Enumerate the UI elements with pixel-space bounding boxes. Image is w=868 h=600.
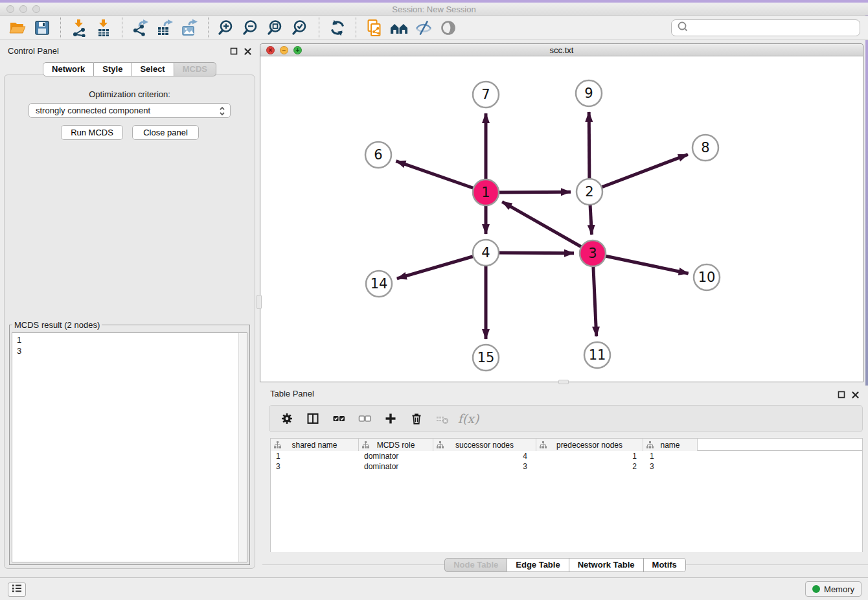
chevron-up-down-icon xyxy=(217,106,227,119)
column-header-successor-nodes[interactable]: successor nodes xyxy=(433,439,536,451)
delete-column-icon[interactable] xyxy=(433,409,452,428)
network-window-titlebar[interactable]: × − + scc.txt xyxy=(260,44,863,56)
edge-3-10[interactable] xyxy=(593,253,689,273)
cell-name: 3 xyxy=(643,461,698,472)
zoom-out-icon[interactable] xyxy=(241,17,262,38)
memory-status-icon xyxy=(812,585,820,593)
control-panel: Control Panel NetworkStyleSelectMCDS Opt… xyxy=(0,40,259,577)
table-header-row: shared nameMCDS rolesuccessor nodesprede… xyxy=(271,439,862,451)
search-input[interactable] xyxy=(690,21,860,34)
table-tab-network-table[interactable]: Network Table xyxy=(569,558,644,572)
folder-open-icon[interactable] xyxy=(7,17,28,38)
memory-button[interactable]: Memory xyxy=(805,581,862,597)
graph-node-label-10: 10 xyxy=(698,270,716,285)
network-window-title: scc.txt xyxy=(260,45,863,55)
table-tab-edge-table[interactable]: Edge Table xyxy=(507,558,569,572)
table-tab-node-table[interactable]: Node Table xyxy=(444,558,507,572)
column-header-mcds-role[interactable]: MCDS role xyxy=(359,439,433,451)
import-table-icon[interactable] xyxy=(93,17,114,38)
edge-1-6[interactable] xyxy=(396,161,486,192)
optimization-criterion-dropdown[interactable]: strongly connected component xyxy=(29,103,231,118)
clone-network-icon[interactable] xyxy=(364,17,385,38)
window-title: Session: New Session xyxy=(0,5,868,14)
close-table-panel-icon[interactable] xyxy=(852,389,859,401)
network-canvas[interactable]: 7968124314101511 xyxy=(260,56,863,382)
float-panel-icon[interactable] xyxy=(230,46,238,58)
deselect-all-icon[interactable] xyxy=(355,409,374,428)
toolbar-separator xyxy=(208,17,209,38)
dropdown-selected-value: strongly connected component xyxy=(36,106,150,115)
export-table-icon[interactable] xyxy=(155,17,176,38)
vertical-splitter-handle[interactable] xyxy=(257,295,262,309)
float-table-panel-icon[interactable] xyxy=(838,389,845,401)
graph-node-label-9: 9 xyxy=(584,86,593,101)
graph-svg: 7968124314101511 xyxy=(260,56,863,382)
control-panel-title: Control Panel xyxy=(8,46,59,56)
tab-network[interactable]: Network xyxy=(43,62,94,76)
export-image-icon[interactable] xyxy=(179,17,200,38)
function-builder-icon[interactable]: f(x) xyxy=(459,409,478,428)
import-network-icon[interactable] xyxy=(69,17,89,38)
hide-graphics-details-icon[interactable] xyxy=(413,17,434,38)
select-all-icon[interactable] xyxy=(329,409,348,428)
tab-mcds[interactable]: MCDS xyxy=(174,62,216,76)
home-icon[interactable] xyxy=(389,17,409,38)
network-view-window: × − + scc.txt 7968124314101511 xyxy=(260,43,863,382)
gear-icon[interactable] xyxy=(277,409,297,428)
column-header-name[interactable]: name xyxy=(643,439,698,451)
tab-style[interactable]: Style xyxy=(94,62,131,76)
run-mcds-button[interactable]: Run MCDS xyxy=(61,125,123,140)
edge-2-8[interactable] xyxy=(589,154,688,192)
zoom-in-icon[interactable] xyxy=(216,17,237,38)
column-header-predecessor-nodes[interactable]: predecessor nodes xyxy=(536,439,643,451)
graph-node-label-4: 4 xyxy=(481,245,490,260)
birdseye-view-icon[interactable] xyxy=(438,17,459,38)
cell-predecessor-nodes: 1 xyxy=(536,451,643,461)
edge-4-14[interactable] xyxy=(397,253,486,279)
table-panel-title: Table Panel xyxy=(270,389,314,398)
table-tab-motifs[interactable]: Motifs xyxy=(644,558,686,572)
cell-mcds-role: dominator xyxy=(359,461,433,472)
close-panel-icon[interactable] xyxy=(244,46,251,58)
graph-node-label-7: 7 xyxy=(481,87,490,102)
table-panel: Table Panel f(x) shared nameMCDS rolesuc… xyxy=(262,386,868,577)
delete-icon[interactable] xyxy=(407,409,426,428)
titlebar[interactable]: Session: New Session xyxy=(0,3,868,16)
mcds-result-textarea[interactable]: 13 xyxy=(12,332,247,562)
horizontal-splitter-handle[interactable] xyxy=(558,380,569,384)
optimization-criterion-label: Optimization criterion: xyxy=(0,89,259,99)
table-row[interactable]: 3dominator323 xyxy=(271,461,862,472)
zoom-fit-icon[interactable] xyxy=(266,17,286,38)
search-icon xyxy=(676,19,690,36)
mcds-result-group: MCDS result (2 nodes) 13 xyxy=(9,320,250,565)
node-table: shared nameMCDS rolesuccessor nodesprede… xyxy=(270,438,863,552)
show-columns-icon[interactable] xyxy=(303,409,323,428)
list-icon xyxy=(10,581,24,598)
column-header-shared-name[interactable]: shared name xyxy=(271,439,359,451)
save-icon[interactable] xyxy=(32,17,52,38)
task-history-button[interactable] xyxy=(8,583,26,597)
edge-3-1[interactable] xyxy=(502,202,593,253)
mcds-result-line: 3 xyxy=(17,345,247,356)
cell-mcds-role: dominator xyxy=(359,451,433,461)
toolbar-separator xyxy=(122,17,122,38)
tab-select[interactable]: Select xyxy=(131,62,174,76)
cell-predecessor-nodes: 2 xyxy=(536,461,643,472)
status-bar: Memory xyxy=(0,577,868,600)
graph-node-label-2: 2 xyxy=(585,184,593,200)
zoom-selected-icon[interactable] xyxy=(290,17,311,38)
memory-label: Memory xyxy=(824,584,854,594)
graph-node-label-14: 14 xyxy=(371,276,388,292)
close-panel-button[interactable]: Close panel xyxy=(132,125,199,140)
export-network-icon[interactable] xyxy=(130,17,151,38)
search-field[interactable] xyxy=(671,19,860,36)
add-column-icon[interactable] xyxy=(381,409,400,428)
app-window: Session: New Session Control Panel xyxy=(0,0,868,600)
cell-shared-name: 3 xyxy=(271,461,359,472)
toolbar-separator xyxy=(356,17,356,38)
refresh-icon[interactable] xyxy=(327,17,348,38)
table-row[interactable]: 1dominator411 xyxy=(271,451,862,461)
table-tabs: Node TableEdge TableNetwork TableMotifs xyxy=(262,558,868,572)
result-scrollbar[interactable] xyxy=(238,333,247,562)
cell-shared-name: 1 xyxy=(271,451,359,461)
